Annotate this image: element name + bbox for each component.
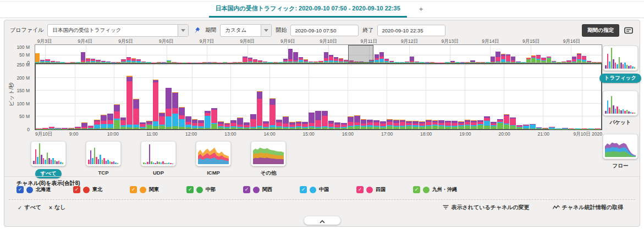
stacked-bar: [192, 45, 196, 63]
bar-segment: [566, 62, 571, 63]
view-tab-label[interactable]: フロー: [613, 162, 629, 170]
pin-icon[interactable]: [192, 27, 201, 33]
channel-item[interactable]: ✓中国: [300, 186, 356, 193]
selection-handle[interactable]: [348, 45, 373, 63]
x-tick-label: 12:00: [185, 131, 197, 137]
spark-bar: [94, 148, 96, 164]
channel-item[interactable]: ✓関西: [243, 186, 300, 193]
bar-segment: [562, 62, 566, 63]
channel-color-dot: [253, 187, 260, 193]
protocol-tab-thumb-button[interactable]: [141, 141, 176, 166]
stacked-bar: [458, 64, 464, 129]
channel-item[interactable]: ✓北海道: [16, 186, 73, 193]
bar-segment: [379, 59, 384, 63]
stacked-bar: [182, 45, 186, 63]
stacked-bar: [592, 45, 596, 63]
bar-segment: [400, 127, 406, 129]
channel-checkbox[interactable]: ✓: [73, 186, 80, 193]
stacked-bar: [536, 45, 541, 63]
view-tab-thumb-button[interactable]: [603, 134, 638, 159]
bar-segment: [470, 62, 475, 63]
bar-segment: [140, 128, 146, 129]
protocol-tab-label[interactable]: UDP: [153, 170, 164, 176]
channel-checkbox[interactable]: ✓: [186, 186, 194, 193]
bar-segment: [348, 122, 354, 126]
stacked-bar: [197, 45, 202, 63]
end-datetime-input[interactable]: [377, 25, 445, 36]
channel-checkbox[interactable]: ✓: [130, 186, 137, 193]
view-tab-label[interactable]: トラフィック: [599, 74, 641, 83]
protocol-tab-thumb-button[interactable]: [31, 141, 66, 166]
stacked-bar: [481, 45, 485, 63]
bar-segment: [243, 58, 247, 62]
channel-checkbox[interactable]: ✓: [243, 186, 250, 193]
bar-segment: [531, 58, 536, 63]
select-none-link[interactable]: × なし: [49, 204, 65, 211]
stacked-bar: [341, 64, 347, 129]
stacked-bar: [324, 45, 328, 63]
protocol-tab-thumb-button[interactable]: [251, 141, 286, 166]
apply-period-button[interactable]: 期間の指定: [582, 24, 619, 37]
bar-segment: [445, 127, 451, 129]
tab-traffic-profile[interactable]: 日本国内の受信トラフィック: 2020-09-10 07:50 - 2020-0…: [209, 4, 407, 18]
bar-segment: [121, 62, 125, 63]
stacked-bar: [516, 64, 522, 129]
protocol-tab-UDP: UDP: [141, 141, 176, 178]
channel-item[interactable]: ✓関東: [130, 186, 186, 193]
period-select[interactable]: カスタム: [220, 24, 272, 37]
stacked-bar: [309, 64, 315, 129]
bar-segment: [379, 62, 384, 63]
spark-bar: [98, 159, 100, 165]
bar-segment: [159, 126, 165, 129]
view-tab-label[interactable]: パケット: [610, 119, 631, 126]
channel-checkbox[interactable]: ✓: [16, 186, 24, 193]
channel-item[interactable]: ✓東北: [73, 186, 130, 193]
bar-segment: [120, 127, 126, 129]
report-panel-icon[interactable]: [623, 27, 634, 34]
stacked-bar: [313, 45, 318, 63]
protocol-tab-thumb-button[interactable]: [196, 141, 231, 166]
stacked-bar: [273, 45, 278, 63]
bar-segment: [288, 62, 293, 63]
change-channels-link[interactable]: 表示されているチャネルの変更: [443, 204, 529, 211]
stacked-bar: [575, 64, 581, 129]
stacked-bar: [36, 64, 42, 129]
channel-checkbox[interactable]: ✓: [413, 186, 420, 193]
bar-segment: [491, 62, 495, 63]
channel-checkbox[interactable]: ✓: [300, 186, 307, 193]
channel-item[interactable]: ✓四国: [356, 186, 413, 193]
stacked-bar: [289, 64, 295, 129]
bar-segment: [373, 127, 379, 129]
x-tick-label: 20:00: [498, 131, 510, 137]
protocol-tab-label[interactable]: TCP: [98, 170, 109, 176]
view-tab-thumb-button[interactable]: [603, 91, 638, 116]
spark-bar: [162, 161, 164, 164]
spark-bar: [62, 162, 64, 164]
add-tab-button[interactable]: +: [407, 5, 436, 18]
stacked-bar: [211, 64, 217, 129]
channel-item[interactable]: ✓九州・沖縄: [413, 186, 470, 193]
collapse-button[interactable]: [304, 216, 341, 225]
bar-segment: [133, 109, 139, 125]
bar-segment: [244, 128, 250, 129]
protocol-tab-thumb-button[interactable]: [86, 141, 121, 166]
spark-bar: [33, 161, 35, 164]
bar-segment: [328, 128, 334, 129]
start-datetime-input[interactable]: [290, 25, 359, 36]
bar-segment: [348, 127, 354, 129]
get-stats-link[interactable]: チャネル統計情報の取得: [553, 204, 623, 211]
bar-segment: [324, 52, 328, 58]
bar-segment: [491, 57, 495, 61]
thumbnail-chart: [143, 143, 174, 164]
select-all-link[interactable]: ✓ すべて: [18, 204, 41, 211]
y-tick-label: 0: [27, 127, 30, 132]
bar-segment: [322, 116, 328, 126]
stacked-bar: [248, 45, 252, 63]
protocol-tab-label[interactable]: ICMP: [207, 170, 220, 176]
bar-segment: [348, 117, 354, 122]
channel-checkbox[interactable]: ✓: [356, 186, 364, 193]
channel-item[interactable]: ✓中部: [186, 186, 243, 193]
view-tab-thumb-button[interactable]: [603, 46, 638, 71]
profile-select[interactable]: 日本国内の受信トラフィック: [47, 24, 189, 37]
overview-plot[interactable]: [35, 44, 602, 63]
